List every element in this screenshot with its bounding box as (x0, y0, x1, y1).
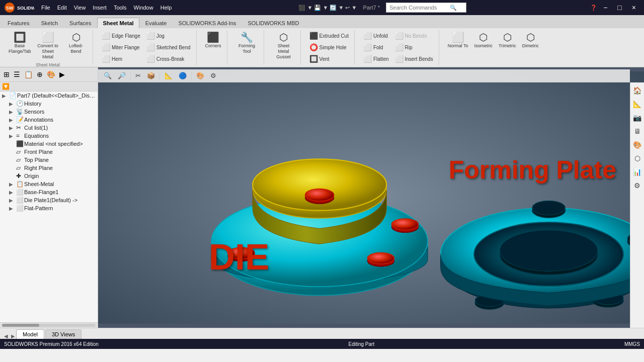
forming-tool-button[interactable]: 🔧 Forming Tool (233, 30, 261, 56)
minimize-button[interactable]: − (599, 3, 611, 13)
tab-sheet-metal[interactable]: Sheet Metal (97, 18, 139, 28)
tree-item-sensors[interactable]: ▶ 📡 Sensors (0, 108, 98, 116)
tree-item-front-plane[interactable]: ▱ Front Plane (0, 148, 98, 156)
menu-tools[interactable]: Tools (111, 4, 130, 12)
sidebar-icon-view1[interactable]: ⊞ (2, 69, 11, 80)
vp-hide-show[interactable]: 🔵 (176, 70, 189, 81)
vent-button[interactable]: 🔲 Vent (307, 53, 351, 64)
convert-icon: ⬜ (42, 32, 54, 42)
titlebar-left: SW SOLIDWORKS File Edit View Insert Tool… (4, 2, 175, 13)
tree-item-die-plate[interactable]: ▶ ⬜ Die Plate1(Default) -> (0, 196, 98, 204)
sidebar-expand-arrow[interactable]: ▶ (58, 69, 66, 80)
rip-button[interactable]: ⬜ Rip (392, 42, 436, 53)
no-bends-button[interactable]: ⬜ No Bends (392, 30, 436, 41)
ribbon-group-view: ⬜ Normal To ⬡ Isometric ⬡ Trimetric ⬡ Di… (442, 30, 544, 65)
lofted-bend-button[interactable]: ⬡ Lofted-Bend (62, 30, 90, 56)
cross-break-button[interactable]: ⬜ Cross-Break (144, 53, 193, 64)
tab-surfaces[interactable]: Surfaces (64, 18, 97, 28)
view-appearance-button[interactable]: 🎨 (631, 139, 643, 151)
view-settings-button[interactable]: ⚙ (632, 179, 642, 192)
vp-scenes[interactable]: ⚙ (208, 70, 219, 81)
view-display-button[interactable]: 🖥 (632, 125, 642, 137)
tree-item-origin[interactable]: ✚ Origin (0, 172, 98, 180)
flatten-icon: ⬜ (363, 55, 372, 63)
trimetric-button[interactable]: ⬡ Trimetric (496, 30, 519, 51)
tree-item-equations[interactable]: ▶ = Equations (0, 132, 98, 140)
sheet-metal-gusset-button[interactable]: ⬡ Sheet Metal Gusset (270, 30, 297, 61)
tree-item-base-flange1[interactable]: ▶ ⬜ Base-Flange1 (0, 188, 98, 196)
svg-point-11 (391, 219, 418, 230)
edge-flange-button[interactable]: ⬜ Edge Flange (99, 30, 143, 41)
sidebar-icon-move[interactable]: ⊕ (35, 69, 44, 80)
tree-item-annotations[interactable]: ▶ 📝 Annotations (0, 116, 98, 124)
vp-zoom-fit[interactable]: 🔍 (101, 70, 114, 81)
fold-button[interactable]: ⬜ Fold (361, 42, 391, 53)
tab-mbd[interactable]: SOLIDWORKS MBD (242, 18, 304, 28)
insert-bends-button[interactable]: ⬜ Insert Bends (392, 53, 436, 64)
fold-icon: ⬜ (363, 43, 372, 51)
view-home-button[interactable]: 🏠 (631, 84, 643, 97)
close-button[interactable]: × (628, 3, 640, 13)
tree-item-sheet-metal[interactable]: ▶ 📋 Sheet-Metal (0, 180, 98, 188)
sidebar-icon-view2[interactable]: ☰ (12, 69, 22, 80)
menu-edit[interactable]: Edit (54, 4, 70, 12)
tree-item-history[interactable]: ▶ 🕐 History (0, 100, 98, 108)
vp-appearances[interactable]: 🎨 (194, 70, 207, 81)
corners-button[interactable]: ⬛ Corners (203, 30, 224, 51)
vp-section[interactable]: ✂ (133, 70, 143, 81)
tab-3dviews[interactable]: 3D Views (45, 329, 82, 339)
3d-viewport[interactable]: 🔍 🔎 ✂ 📦 📐 🔵 🎨 ⚙ (98, 67, 644, 328)
title-center: ⬛ ▼ 💾 ▼ 🔄 ▼ ↩ ▼ Part7 * 🔍 (298, 3, 466, 13)
maximize-button[interactable]: □ (613, 3, 625, 13)
hem-button[interactable]: ⬜ Hem (99, 53, 143, 64)
tab-evaluate[interactable]: Evaluate (140, 18, 173, 28)
menu-insert[interactable]: Insert (90, 4, 110, 12)
tab-addins[interactable]: SOLIDWORKS Add-Ins (173, 18, 242, 28)
view-measure-button[interactable]: 📊 (631, 166, 643, 178)
menu-file[interactable]: File (38, 4, 53, 12)
view-camera-button[interactable]: 📷 (631, 112, 643, 124)
tab-sketch[interactable]: Sketch (35, 18, 63, 28)
isometric-button[interactable]: ⬡ Isometric (472, 30, 496, 51)
sidebar-icon-color[interactable]: 🎨 (45, 69, 57, 80)
simple-hole-button[interactable]: ⭕ Simple Hole (307, 42, 351, 53)
tree-item-flat-pattern[interactable]: ▶ ⬜ Flat-Pattern (0, 204, 98, 212)
sidebar-scroll-bar[interactable] (0, 322, 98, 328)
feature-tree-panel: ⊞ ☰ 📋 ⊕ 🎨 ▶ 🔽 ▶ 📄 Part7 (Default<<Defaul… (0, 67, 98, 328)
trimetric-icon: ⬡ (503, 32, 512, 42)
normal-to-button[interactable]: ⬜ Normal To (445, 30, 471, 51)
status-mode: Editing Part (349, 341, 375, 347)
extruded-cut-button[interactable]: ⬛ Extruded Cut (307, 30, 351, 41)
vp-wireframe[interactable]: 📦 (144, 70, 157, 81)
menu-help[interactable]: Help (157, 4, 175, 12)
command-search[interactable]: 🔍 (386, 3, 466, 13)
convert-to-sheet-button[interactable]: ⬜ Convert to Sheet Metal (34, 30, 61, 61)
miter-flange-button[interactable]: ⬜ Miter Flange (99, 42, 143, 53)
base-flange-tab-button[interactable]: 🔲 Base Flange/Tab (6, 30, 33, 56)
tree-item-top-plane[interactable]: ▱ Top Plane (0, 156, 98, 164)
vp-display-modes[interactable]: 📐 (162, 70, 175, 81)
corners-icon: ⬛ (207, 32, 219, 42)
tree-item-right-plane[interactable]: ▱ Right Plane (0, 164, 98, 172)
sketched-bend-button[interactable]: ⬜ Sketched Bend (144, 42, 193, 53)
sidebar-icon-view3[interactable]: 📋 (23, 69, 34, 80)
tree-item-cutlist[interactable]: ▶ ✂ Cut list(1) (0, 124, 98, 132)
search-input[interactable] (389, 5, 450, 11)
tree-item-part7[interactable]: ▶ 📄 Part7 (Default<<Default>_Displa (0, 92, 98, 100)
dimetric-button[interactable]: ⬡ Dimetric (520, 30, 541, 51)
jog-button[interactable]: ⬜ Jog (144, 30, 193, 41)
tab-features[interactable]: Features (2, 18, 35, 28)
tab-nav-left[interactable]: ◀ (2, 333, 10, 339)
status-edition: SOLIDWORKS Premium 2016 x64 Edition (4, 341, 99, 347)
menu-view[interactable]: View (71, 4, 89, 12)
tree-item-material[interactable]: ⬛ Material <not specified> (0, 140, 98, 148)
unfold-button[interactable]: ⬜ Unfold (361, 30, 391, 41)
view-orientation-button[interactable]: 📐 (631, 98, 643, 110)
feature-tree[interactable]: ▶ 📄 Part7 (Default<<Default>_Displa ▶ 🕐 … (0, 92, 98, 322)
flatten-button[interactable]: ⬜ Flatten (361, 53, 391, 64)
view-section-button[interactable]: ⬡ (633, 152, 642, 164)
tab-model[interactable]: Model (16, 329, 44, 339)
vp-zoom-out[interactable]: 🔎 (115, 70, 128, 81)
tab-nav-right[interactable]: ▶ (10, 333, 16, 339)
menu-window[interactable]: Window (131, 4, 156, 12)
